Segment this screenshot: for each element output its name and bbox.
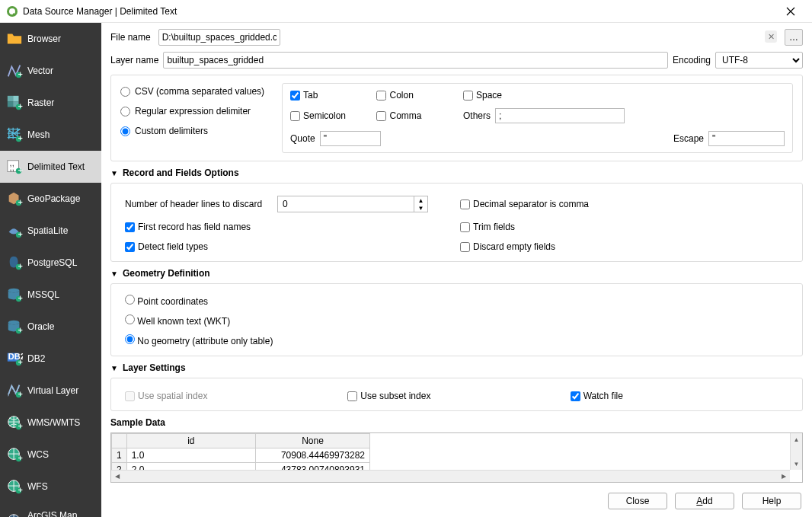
custom-delim-panel: Tab Colon Space Semicolon Comma Others Q… xyxy=(282,83,793,153)
svg-rect-5 xyxy=(8,96,13,101)
svg-text:+: + xyxy=(18,229,23,238)
sidebar-item-spatialite[interactable]: +SpatiaLite xyxy=(0,215,101,247)
col-none[interactable]: None xyxy=(256,434,370,448)
col-id[interactable]: id xyxy=(126,434,255,448)
chk-subset-index[interactable]: Use subset index xyxy=(347,391,570,401)
layer-name-input[interactable] xyxy=(163,52,668,69)
chk-decimal-sep[interactable]: Decimal separator is comma xyxy=(460,199,628,209)
sidebar-item-virtual-layer[interactable]: +Virtual Layer xyxy=(0,375,101,407)
chk-comma[interactable]: Comma xyxy=(376,110,456,121)
radio-regex[interactable]: Regular expression delimiter xyxy=(120,106,273,116)
chk-discard-empty[interactable]: Discard empty fields xyxy=(460,241,628,252)
wms-icon: + xyxy=(6,414,23,431)
others-input[interactable] xyxy=(495,108,625,123)
sample-data-section: Sample Data idNone 11.070908.44469973282… xyxy=(110,417,803,483)
svg-text:+: + xyxy=(18,133,23,142)
table-scrollbar-v[interactable]: ▲▼ xyxy=(790,433,802,470)
delimited-text-icon: ,,,,+ xyxy=(6,158,23,175)
chk-first-record[interactable]: First record has field names xyxy=(125,222,430,232)
scroll-up-icon[interactable]: ▲ xyxy=(791,433,802,445)
svg-text:+: + xyxy=(18,357,23,366)
svg-text:+: + xyxy=(18,389,23,398)
radio-custom[interactable]: Custom delimiters xyxy=(120,126,273,136)
wfs-icon: + xyxy=(6,478,23,495)
sidebar-item-postgresql[interactable]: +PostgreSQL xyxy=(0,247,101,279)
layer-name-label: Layer name xyxy=(110,55,158,65)
escape-input[interactable] xyxy=(708,131,785,146)
spatialite-icon: + xyxy=(6,222,23,239)
radio-point[interactable]: Point coordinates xyxy=(125,295,793,307)
db2-icon: DB2+ xyxy=(6,350,23,367)
svg-text:+: + xyxy=(18,197,23,206)
sidebar-item-mssql[interactable]: +MSSQL xyxy=(0,279,101,311)
titlebar: Data Source Manager | Delimited Text xyxy=(0,0,812,23)
escape-label: Escape xyxy=(673,133,704,144)
sidebar-item-oracle[interactable]: +Oracle xyxy=(0,311,101,343)
svg-text:+: + xyxy=(18,453,23,462)
chk-watch-file[interactable]: Watch file xyxy=(571,391,793,401)
sidebar-item-mesh[interactable]: +Mesh xyxy=(0,119,101,151)
help-button[interactable]: Help xyxy=(742,493,801,509)
sidebar-item-geopackage[interactable]: +GeoPackage xyxy=(0,183,101,215)
spin-down-icon[interactable]: ▼ xyxy=(414,204,427,212)
sidebar-item-db2[interactable]: DB2+DB2 xyxy=(0,343,101,375)
svg-text:+: + xyxy=(18,293,23,302)
radio-wkt[interactable]: Well known text (WKT) xyxy=(125,314,793,327)
svg-text:,,: ,, xyxy=(10,163,14,172)
chk-semicolon[interactable]: Semicolon xyxy=(290,110,369,121)
arcgis-map-icon: + xyxy=(6,512,23,517)
sidebar-item-wcs[interactable]: +WCS xyxy=(0,439,101,471)
table-row[interactable]: 11.070908.44469973282 xyxy=(112,448,370,463)
sidebar-item-delimited-text[interactable]: ,,,,+Delimited Text xyxy=(0,151,101,183)
sidebar-item-browser[interactable]: Browser xyxy=(0,23,101,55)
chk-space[interactable]: Space xyxy=(463,90,625,101)
chk-colon[interactable]: Colon xyxy=(376,90,456,101)
mesh-icon: + xyxy=(6,126,23,143)
close-button[interactable]: Close xyxy=(608,493,667,509)
add-button[interactable]: Add xyxy=(675,493,734,509)
encoding-label: Encoding xyxy=(673,55,711,65)
sidebar-item-wms[interactable]: +WMS/WMTS xyxy=(0,407,101,439)
folder-icon xyxy=(6,30,23,47)
wcs-icon: + xyxy=(6,446,23,463)
radio-no-geom[interactable]: No geometry (attribute only table) xyxy=(125,334,793,346)
vector-icon: + xyxy=(6,62,23,79)
chk-detect-types[interactable]: Detect field types xyxy=(125,241,430,252)
sidebar-item-wfs[interactable]: +WFS xyxy=(0,471,101,503)
radio-csv[interactable]: CSV (comma separated values) xyxy=(120,86,273,97)
sidebar: Browser +Vector +Raster +Mesh ,,,,+Delim… xyxy=(0,23,101,517)
virtual-layer-icon: + xyxy=(6,382,23,399)
sidebar-item-vector[interactable]: +Vector xyxy=(0,55,101,87)
geopackage-icon: + xyxy=(6,190,23,207)
scroll-down-icon[interactable]: ▼ xyxy=(791,458,802,470)
layer-settings-group: Use spatial index Use subset index Watch… xyxy=(110,378,803,411)
scroll-right-icon[interactable]: ▶ xyxy=(778,471,790,482)
discard-lines-label: Number of header lines to discard xyxy=(125,199,277,209)
clear-file-icon[interactable]: ✕ xyxy=(765,30,777,43)
spin-up-icon[interactable]: ▲ xyxy=(414,196,427,204)
svg-point-24 xyxy=(8,289,20,293)
chk-trim-fields[interactable]: Trim fields xyxy=(460,222,628,232)
file-name-label: File name xyxy=(110,32,154,43)
quote-input[interactable] xyxy=(320,131,381,146)
oracle-icon: + xyxy=(6,318,23,335)
geometry-header[interactable]: ▼Geometry Definition xyxy=(110,268,803,279)
close-icon[interactable] xyxy=(775,0,806,23)
svg-rect-6 xyxy=(13,96,18,101)
chevron-down-icon: ▼ xyxy=(110,169,118,177)
scroll-left-icon[interactable]: ◀ xyxy=(111,471,123,482)
file-name-input[interactable] xyxy=(158,29,280,46)
svg-text:+: + xyxy=(18,69,23,78)
layer-settings-header[interactable]: ▼Layer Settings xyxy=(110,362,803,373)
encoding-select[interactable]: UTF-8 xyxy=(715,52,803,69)
postgresql-icon: + xyxy=(6,254,23,271)
chk-tab[interactable]: Tab xyxy=(290,90,369,101)
sidebar-item-raster[interactable]: +Raster xyxy=(0,87,101,119)
discard-lines-input[interactable] xyxy=(277,196,414,212)
sidebar-item-arcgis-map[interactable]: +ArcGIS Map Server xyxy=(0,503,101,517)
record-options-header[interactable]: ▼Record and Fields Options xyxy=(110,168,803,178)
raster-icon: + xyxy=(6,94,23,111)
sample-data-header: Sample Data xyxy=(110,417,803,428)
table-scrollbar-h[interactable]: ◀▶ xyxy=(111,470,790,482)
browse-button[interactable]: … xyxy=(785,29,803,46)
